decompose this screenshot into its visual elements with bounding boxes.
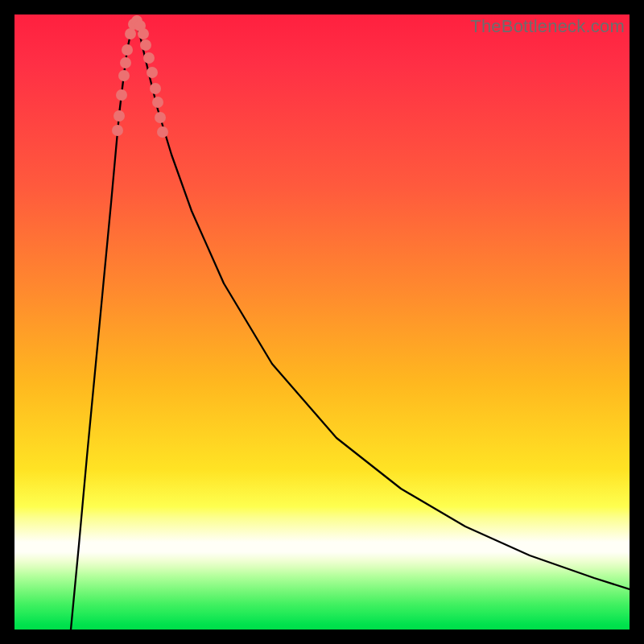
sample-dot	[118, 70, 130, 81]
sample-dot	[122, 44, 133, 56]
sample-dot	[116, 89, 127, 101]
curve-right	[135, 21, 630, 589]
sample-dot	[150, 83, 161, 94]
sample-dot	[114, 110, 125, 122]
chart-stage: TheBottleneck.com	[0, 0, 644, 644]
sample-dot	[112, 125, 123, 136]
plot-area: TheBottleneck.com	[14, 14, 630, 630]
sample-dot	[143, 52, 155, 64]
sample-dot	[140, 39, 151, 51]
curve-left	[71, 21, 135, 630]
sample-dot	[152, 97, 163, 108]
sample-dot	[155, 112, 166, 123]
sample-dot	[125, 28, 136, 39]
sample-dot	[120, 57, 131, 68]
sample-dot	[147, 67, 158, 78]
sample-dot	[138, 28, 149, 39]
sample-dots	[112, 15, 168, 138]
sample-dot	[157, 126, 168, 138]
curve-layer	[14, 14, 630, 630]
